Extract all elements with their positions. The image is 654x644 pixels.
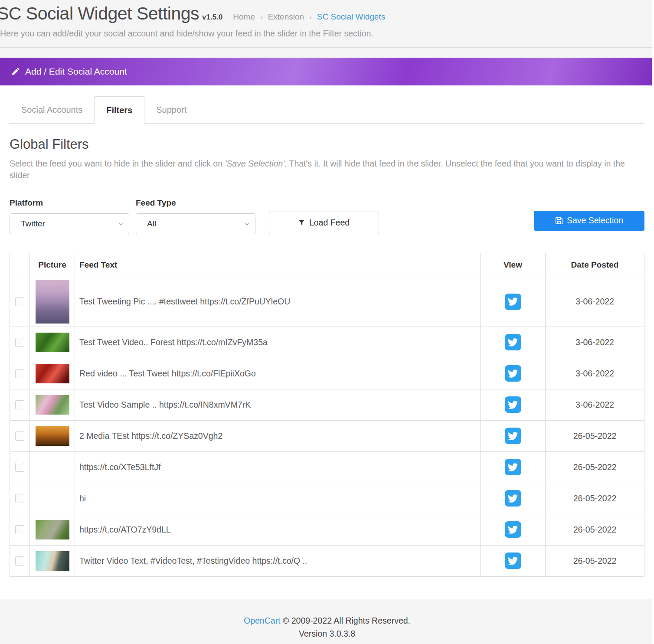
feed-picture: [36, 520, 69, 539]
date-posted: 26-05-2022: [573, 494, 617, 503]
twitter-bird-icon: [508, 337, 518, 347]
feed-text: Test Video Sample .. https://t.co/IN8xmV…: [79, 400, 251, 409]
table-row: Twitter Video Text, #VideoTest, #Testing…: [10, 545, 644, 576]
row-checkbox[interactable]: [15, 400, 24, 409]
table-row: https://t.co/XTe53LftJf 26-05-2022: [10, 451, 644, 483]
row-checkbox[interactable]: [15, 494, 24, 503]
tab-social-accounts[interactable]: Social Accounts: [10, 96, 94, 124]
row-checkbox[interactable]: [15, 556, 24, 566]
feed-picture: [36, 333, 69, 352]
table-row: Test Tweet Video.. Forest https://t.co/m…: [10, 327, 644, 358]
table-header-row: Picture Feed Text View Date Posted: [10, 253, 644, 277]
tab-support[interactable]: Support: [144, 96, 198, 124]
view-tweet-button[interactable]: [505, 521, 521, 538]
date-posted: 3-06-2022: [576, 337, 614, 347]
feed-picture: [36, 280, 69, 324]
panel-body: Social Accounts Filters Support Global F…: [0, 85, 654, 599]
scrollbar-track[interactable]: [652, 0, 654, 644]
global-filters-description: Select the feed you want to hide in the …: [10, 158, 644, 182]
chevron-down-icon: [119, 221, 123, 225]
view-tweet-button[interactable]: [505, 294, 521, 310]
view-tweet-button[interactable]: [505, 365, 521, 382]
table-row: https://t.co/ATO7zY9dLL 26-05-2022: [10, 514, 644, 545]
view-tweet-button[interactable]: [505, 459, 521, 475]
header-feed-text: Feed Text: [75, 253, 481, 277]
breadcrumb-sc-social-widgets[interactable]: SC Social Widgets: [317, 12, 385, 22]
view-tweet-button[interactable]: [505, 552, 521, 569]
feed-text: https://t.co/ATO7zY9dLL: [79, 525, 171, 534]
feed-picture: [36, 551, 69, 571]
row-checkbox[interactable]: [15, 432, 24, 441]
feed-text: https://t.co/XTe53LftJf: [79, 462, 161, 472]
feed-picture: [36, 395, 69, 415]
filter-controls: Platform Twitter Feed Type All Load Feed: [10, 198, 644, 234]
feed-table-body: Test Tweeting Pic .... #testtweet https:…: [10, 277, 644, 576]
platform-select[interactable]: Twitter: [10, 213, 129, 234]
date-posted: 3-06-2022: [576, 400, 614, 409]
date-posted: 26-05-2022: [573, 556, 617, 566]
feed-picture: [36, 426, 69, 446]
breadcrumb-separator: ›: [260, 13, 263, 22]
feed-type-select[interactable]: All: [136, 213, 255, 234]
save-selection-button[interactable]: Save Selection: [534, 211, 644, 231]
row-checkbox[interactable]: [15, 463, 24, 472]
filter-funnel-icon: [298, 219, 305, 226]
table-row: Red video ... Test Tweet https://t.co/Fl…: [10, 358, 644, 389]
twitter-bird-icon: [508, 400, 518, 410]
row-checkbox[interactable]: [15, 525, 24, 534]
table-row: Test Tweeting Pic .... #testtweet https:…: [10, 277, 644, 327]
feed-text: Test Tweet Video.. Forest https://t.co/m…: [79, 337, 268, 347]
feed-picture: [36, 364, 69, 383]
floppy-disk-icon: [555, 217, 563, 225]
table-row: Test Video Sample .. https://t.co/IN8xmV…: [10, 389, 644, 420]
row-checkbox[interactable]: [15, 338, 24, 347]
description-part: Select the feed you want to hide in the …: [10, 159, 225, 168]
global-filters-heading: Global Filters: [10, 137, 644, 152]
view-tweet-button[interactable]: [505, 396, 521, 413]
twitter-bird-icon: [508, 369, 518, 379]
platform-label: Platform: [10, 198, 129, 208]
breadcrumb: Home › Extension › SC Social Widgets: [233, 12, 385, 22]
twitter-bird-icon: [508, 556, 518, 566]
twitter-bird-icon: [508, 431, 518, 441]
date-posted: 26-05-2022: [573, 462, 617, 472]
settings-panel: Add / Edit Social Account Social Account…: [0, 58, 654, 599]
load-feed-button[interactable]: Load Feed: [269, 212, 379, 234]
breadcrumb-home[interactable]: Home: [233, 12, 255, 22]
feed-type-label: Feed Type: [136, 198, 255, 208]
view-tweet-button[interactable]: [505, 334, 521, 350]
feed-text: Red video ... Test Tweet https://t.co/Fl…: [79, 369, 256, 378]
tab-bar: Social Accounts Filters Support: [10, 85, 644, 124]
page-version: v1.5.0: [202, 13, 222, 22]
table-row: 2 Media TEst https://t.co/ZYSaz0Vgh2 26-…: [10, 420, 644, 451]
load-feed-label: Load Feed: [309, 218, 350, 228]
twitter-bird-icon: [508, 494, 518, 503]
date-posted: 26-05-2022: [573, 525, 617, 534]
row-checkbox[interactable]: [15, 297, 24, 306]
breadcrumb-separator: ›: [309, 13, 312, 22]
page-title: SC Social Widget Settings: [0, 3, 199, 24]
view-tweet-button[interactable]: [505, 428, 521, 444]
twitter-bird-icon: [508, 525, 518, 535]
footer-version: Version 3.0.3.8: [0, 629, 654, 639]
feed-text: Twitter Video Text, #VideoTest, #Testing…: [79, 556, 307, 566]
copyright-text: © 2009-2022 All Rights Reserved.: [281, 616, 410, 625]
tab-filters[interactable]: Filters: [94, 96, 144, 124]
chevron-down-icon: [245, 221, 249, 225]
date-posted: 3-06-2022: [576, 297, 614, 306]
header-view: View: [481, 253, 546, 277]
view-tweet-button[interactable]: [505, 490, 521, 507]
twitter-bird-icon: [508, 297, 518, 307]
opencart-link[interactable]: OpenCart: [244, 616, 281, 625]
breadcrumb-extension[interactable]: Extension: [268, 12, 304, 22]
twitter-bird-icon: [508, 462, 518, 472]
feed-text: Test Tweeting Pic .... #testtweet https:…: [79, 297, 290, 306]
panel-heading-label: Add / Edit Social Account: [25, 66, 127, 77]
save-selection-label: Save Selection: [567, 216, 623, 226]
panel-heading: Add / Edit Social Account: [0, 58, 654, 85]
feed-type-selected-value: All: [147, 219, 156, 229]
page-header: SC Social Widget Settings v1.5.0 Home › …: [0, 0, 654, 48]
date-posted: 26-05-2022: [573, 431, 617, 441]
feed-text: 2 Media TEst https://t.co/ZYSaz0Vgh2: [79, 431, 222, 441]
row-checkbox[interactable]: [15, 369, 24, 378]
